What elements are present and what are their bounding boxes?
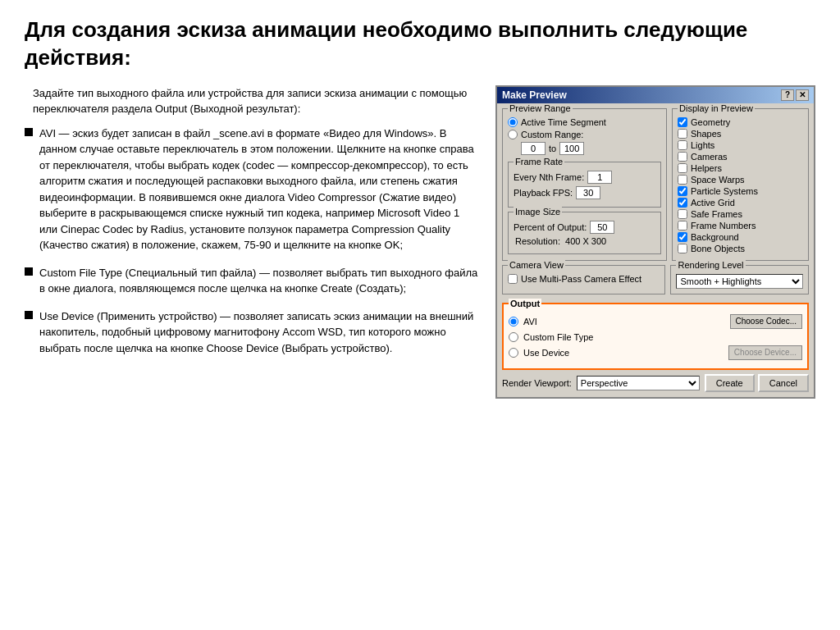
range-from-input[interactable] bbox=[521, 142, 546, 155]
choose-codec-button[interactable]: Choose Codec... bbox=[730, 314, 803, 329]
display-checkbox-active-grid[interactable] bbox=[678, 198, 687, 208]
display-checkbox-cameras[interactable] bbox=[678, 152, 687, 162]
display-item-bone-objects: Bone Objects bbox=[678, 244, 803, 253]
make-preview-dialog: Make Preview ? ✕ Preview Range Active Ti… bbox=[495, 85, 815, 399]
create-button[interactable]: Create bbox=[705, 374, 755, 392]
resolution-label: Resolution: bbox=[515, 236, 560, 246]
rendering-level-group: Rendering Level Smooth + HighlightsSmoot… bbox=[670, 265, 809, 294]
display-checkbox-helpers[interactable] bbox=[678, 163, 687, 173]
titlebar-buttons: ? ✕ bbox=[781, 89, 809, 101]
multipass-label: Use Multi-Pass Camera Effect bbox=[521, 274, 641, 284]
display-item-frame-numbers: Frame Numbers bbox=[678, 221, 803, 231]
display-checkbox-geometry[interactable] bbox=[678, 117, 687, 127]
display-item-active-grid: Active Grid bbox=[678, 198, 803, 208]
output-label: Output bbox=[509, 299, 541, 308]
display-item-cameras: Cameras bbox=[678, 152, 803, 162]
intro-paragraph: Задайте тип выходного файла или устройст… bbox=[25, 85, 479, 117]
custom-file-radio[interactable] bbox=[509, 332, 518, 342]
multipass-checkbox[interactable] bbox=[508, 274, 518, 284]
display-checkbox-lights[interactable] bbox=[678, 140, 687, 150]
active-time-label: Active Time Segment bbox=[521, 117, 606, 127]
display-checkbox-particle-systems[interactable] bbox=[678, 186, 687, 196]
image-size-label: Image Size bbox=[514, 207, 562, 217]
percent-label: Percent of Output: bbox=[514, 222, 587, 232]
every-nth-label: Every Nth Frame: bbox=[514, 172, 584, 182]
resolution-value: 400 X 300 bbox=[565, 236, 606, 246]
display-item-geometry: Geometry bbox=[678, 117, 803, 127]
bullet-list: AVI — эскиз будет записан в файл _scene.… bbox=[25, 126, 479, 357]
bullet-icon bbox=[25, 311, 33, 319]
camera-view-label: Camera View bbox=[508, 260, 565, 270]
display-item-shapes: Shapes bbox=[678, 129, 803, 139]
dialog-title: Make Preview bbox=[502, 89, 567, 101]
display-item-helpers: Helpers bbox=[678, 163, 803, 173]
display-item-space-warps: Space Warps bbox=[678, 175, 803, 185]
list-item: Use Device (Применить устройство) — позв… bbox=[25, 308, 479, 357]
display-checkbox-frame-numbers[interactable] bbox=[678, 221, 687, 231]
custom-range-label: Custom Range: bbox=[521, 130, 583, 139]
list-item: AVI — эскиз будет записан в файл _scene.… bbox=[25, 126, 479, 253]
display-in-preview-label: Display in Preview bbox=[678, 103, 755, 113]
percent-input[interactable] bbox=[590, 221, 614, 234]
use-device-label: Use Device bbox=[523, 348, 569, 358]
list-item: Custom File Type (Специальный тип файла)… bbox=[25, 265, 479, 297]
display-checkbox-background[interactable] bbox=[678, 232, 687, 242]
preview-range-label: Preview Range bbox=[508, 103, 573, 113]
camera-view-group: Camera View Use Multi-Pass Camera Effect bbox=[502, 265, 665, 294]
render-viewport-select[interactable]: PerspectiveTopFrontLeftCamera bbox=[577, 376, 700, 390]
every-nth-input[interactable] bbox=[587, 171, 612, 184]
bullet-icon bbox=[25, 267, 33, 276]
bullet-icon bbox=[25, 128, 33, 136]
close-button[interactable]: ✕ bbox=[796, 89, 809, 101]
dialog-titlebar: Make Preview ? ✕ bbox=[497, 87, 814, 103]
custom-range-radio[interactable] bbox=[508, 130, 518, 139]
page-title: Для создания эскиза анимации необходимо … bbox=[25, 16, 815, 72]
rendering-level-label: Rendering Level bbox=[676, 260, 745, 270]
display-checkbox-shapes[interactable] bbox=[678, 129, 687, 139]
custom-file-label: Custom File Type bbox=[523, 332, 593, 342]
display-item-safe-frames: Safe Frames bbox=[678, 209, 803, 219]
choose-device-button[interactable]: Choose Device... bbox=[728, 345, 802, 360]
display-item-background: Background bbox=[678, 232, 803, 242]
display-in-preview-group: Display in Preview GeometryShapesLightsC… bbox=[672, 108, 809, 261]
range-to-input[interactable] bbox=[559, 142, 584, 155]
cancel-button[interactable]: Cancel bbox=[758, 374, 809, 392]
active-time-radio[interactable] bbox=[508, 117, 518, 127]
display-checkbox-safe-frames[interactable] bbox=[678, 209, 687, 219]
preview-range-group: Preview Range Active Time Segment Custom… bbox=[502, 108, 667, 261]
display-checkbox-bone-objects[interactable] bbox=[678, 244, 687, 253]
playback-fps-input[interactable] bbox=[576, 186, 600, 199]
frame-rate-label: Frame Rate bbox=[514, 157, 564, 167]
avi-radio[interactable] bbox=[509, 317, 518, 326]
help-button[interactable]: ? bbox=[781, 89, 794, 101]
output-group: Output AVI Choose Codec... Custom File T… bbox=[502, 303, 809, 370]
render-viewport-label: Render Viewport: bbox=[502, 378, 572, 388]
playback-fps-label: Playback FPS: bbox=[514, 188, 573, 198]
avi-label: AVI bbox=[523, 317, 537, 326]
rendering-level-select[interactable]: Smooth + HighlightsSmoothFacets + Highli… bbox=[676, 274, 803, 289]
display-checkbox-space-warps[interactable] bbox=[678, 175, 687, 185]
use-device-radio[interactable] bbox=[509, 348, 518, 358]
display-item-lights: Lights bbox=[678, 140, 803, 150]
display-item-particle-systems: Particle Systems bbox=[678, 186, 803, 196]
